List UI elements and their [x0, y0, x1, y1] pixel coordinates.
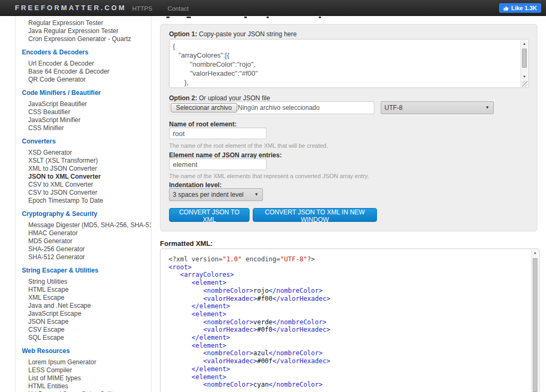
nav-link-https[interactable]: HTTPS: [132, 5, 152, 12]
sidebar-section: Regular Expression TesterJava Regular Ex…: [22, 19, 151, 43]
sidebar-item[interactable]: XML Escape: [22, 294, 151, 302]
xml-line: <element>: [168, 279, 529, 287]
convert-new-window-button[interactable]: CONVERT JSON TO XML IN NEW WINDOW: [253, 208, 377, 222]
sidebar-section-heading: Web Resources: [22, 347, 151, 355]
array-element-help: The name of the XML elements that repres…: [169, 173, 369, 179]
xml-line: <root>: [168, 263, 529, 271]
sidebar-item[interactable]: QR Code Generator: [22, 76, 151, 84]
top-header-bar: FREEFORMATTER.COM HTTPS Contact Like 1.3…: [0, 0, 546, 16]
root-element-label: Name of root element:: [169, 121, 237, 128]
xml-line: <valorHexadec>#00f</valorHexadec>: [168, 357, 529, 365]
sidebar-item[interactable]: SQL Escape: [22, 334, 151, 342]
top-nav: HTTPS Contact: [132, 0, 202, 17]
sidebar-item[interactable]: JSON Escape: [22, 318, 151, 326]
sidebar-section: Encoders & DecodersUrl Encoder & Decoder…: [22, 48, 151, 84]
xml-line: </element>: [168, 365, 529, 373]
sidebar-item[interactable]: Cron Expression Generator - Quartz: [22, 35, 151, 43]
xml-line: <nombreColor>verde</nombreColor>: [168, 318, 529, 326]
converter-form-panel: Option 1: Copy-paste your JSON string he…: [160, 24, 537, 231]
option2-label: Option 2: Or upload your JSON file: [169, 94, 270, 102]
sidebar-item[interactable]: SHA-256 Generator: [22, 245, 151, 253]
option1-label: Option 1: Copy-paste your JSON string he…: [169, 30, 296, 38]
root-element-help: The name of the root element of the XML …: [169, 142, 328, 149]
xml-line: <nombreColor>azul</nombreColor>: [168, 349, 529, 357]
sidebar-item[interactable]: List of MIME types: [22, 374, 151, 382]
sidebar-section: Code Minifiers / BeautifierJavaScript Be…: [22, 89, 151, 132]
sidebar-section: Cryptography & SecurityMessage Digester …: [22, 210, 151, 261]
indentation-label: Indentation level:: [169, 181, 222, 189]
textarea-scrollbar[interactable]: ▲ ▼: [520, 40, 528, 87]
sidebar-section: ConvertersXSD GeneratorXSLT (XSL Transfo…: [22, 137, 151, 205]
thumbs-up-icon: [503, 5, 509, 11]
sidebar-section: String Escaper & UtilitiesString Utiliti…: [22, 266, 151, 342]
file-status-text: Ningún archivo seleccionado: [238, 102, 319, 114]
array-element-input[interactable]: [169, 158, 267, 170]
charset-select[interactable]: UTF-8 ▼: [381, 101, 494, 114]
sidebar: Regular Expression TesterJava Regular Ex…: [15, 16, 151, 392]
scrollbar-thumb[interactable]: [522, 49, 527, 68]
sidebar-item[interactable]: Message Digester (MD5, SHA-256, SHA-512): [22, 221, 151, 229]
xml-line: <element>: [168, 342, 529, 350]
formatted-xml-output: <?xml version="1.0" encoding="UTF-8"?><r…: [160, 249, 540, 392]
indentation-select[interactable]: 3 spaces per indent level ▼: [169, 188, 263, 201]
sidebar-section: Web ResourcesLorem Ipsum GeneratorLESS C…: [22, 347, 151, 392]
formatted-xml-title: Formatted XML:: [160, 239, 213, 247]
sidebar-item[interactable]: Url Encoder & Decoder: [22, 60, 151, 68]
sidebar-item[interactable]: MD5 Generator: [22, 237, 151, 245]
xml-line: <?xml version="1.0" encoding="UTF-8"?>: [168, 255, 529, 263]
xml-line: <element>: [168, 373, 529, 381]
chevron-down-icon: ▼: [485, 102, 489, 114]
sidebar-section-heading: Encoders & Decoders: [22, 48, 151, 57]
xml-line: <element>: [168, 310, 529, 318]
scroll-down-icon[interactable]: ▼: [521, 74, 528, 80]
sidebar-item[interactable]: JSON to XML Converter: [22, 173, 151, 181]
sidebar-item[interactable]: HTML Escape: [22, 286, 151, 294]
sidebar-item[interactable]: XML to JSON Converter: [22, 165, 151, 173]
sidebar-section-heading: String Escaper & Utilities: [22, 266, 151, 275]
xml-line: <valorHexadec>#f00</valorHexadec>: [168, 295, 529, 303]
sidebar-section-heading: Code Minifiers / Beautifier: [22, 89, 151, 97]
sidebar-item[interactable]: Lorem Ipsum Generator: [22, 358, 151, 366]
sidebar-item[interactable]: HTML Entities: [22, 382, 151, 390]
resize-grip-icon[interactable]: [522, 81, 528, 87]
sidebar-item[interactable]: SHA-512 Generator: [22, 253, 151, 261]
xml-line: <nombreColor>rojo</nombreColor>: [168, 287, 529, 295]
sidebar-item[interactable]: CSV Escape: [22, 326, 151, 334]
nav-link-contact[interactable]: Contact: [167, 5, 189, 12]
sidebar-item[interactable]: JavaScript Beautifier: [22, 100, 151, 108]
sidebar-item[interactable]: CSV to XML Converter: [22, 181, 151, 189]
site-logo[interactable]: FREEFORMATTER.COM: [15, 0, 126, 16]
facebook-like-button[interactable]: Like 1.3K: [499, 3, 541, 13]
scroll-up-icon[interactable]: ▲: [532, 251, 539, 254]
sidebar-item[interactable]: CSV to JSON Converter: [22, 189, 151, 197]
file-browse-button[interactable]: Seleccionar archivo: [171, 103, 237, 113]
root-element-input[interactable]: [169, 127, 267, 139]
array-element-label: Element name of JSON array entries:: [169, 151, 282, 159]
xml-line: </element>: [168, 334, 529, 342]
sidebar-item[interactable]: Base 64 Encoder & Decoder: [22, 68, 151, 76]
sidebar-item[interactable]: Regular Expression Tester: [22, 19, 151, 27]
sidebar-item[interactable]: XSLT (XSL Transformer): [22, 157, 151, 165]
sidebar-item[interactable]: XSD Generator: [22, 149, 151, 157]
sidebar-item[interactable]: Epoch Timestamp To Date: [22, 197, 151, 205]
convert-button[interactable]: CONVERT JSON TO XML: [169, 208, 250, 222]
json-input-textarea[interactable]: { "arrayColores":[{ "nombreColor":"rojo"…: [169, 39, 529, 88]
xml-code: <?xml version="1.0" encoding="UTF-8"?><r…: [168, 255, 529, 389]
file-upload-field: Seleccionar archivo Ningún archivo selec…: [169, 101, 374, 114]
sidebar-item[interactable]: LESS Compiler: [22, 366, 151, 374]
sidebar-item[interactable]: Java and .Net Escape: [22, 302, 151, 310]
sidebar-section-heading: Cryptography & Security: [22, 210, 151, 218]
sidebar-sections: Regular Expression TesterJava Regular Ex…: [22, 19, 151, 392]
sidebar-item[interactable]: Java Regular Expression Tester: [22, 27, 151, 35]
xml-line: <valorHexadec>#0f0</valorHexadec>: [168, 326, 529, 334]
like-count-label: Like 1.3K: [511, 3, 537, 13]
sidebar-item[interactable]: String Utilities: [22, 278, 151, 286]
sidebar-item[interactable]: JavaScript Minifier: [22, 116, 151, 124]
scrollbar-thumb[interactable]: [533, 258, 537, 392]
sidebar-item[interactable]: CSS Beautifier: [22, 108, 151, 116]
output-scrollbar[interactable]: ▲: [531, 250, 539, 392]
sidebar-item[interactable]: HMAC Generator: [22, 229, 151, 237]
sidebar-item[interactable]: JavaScript Escape: [22, 310, 151, 318]
sidebar-item[interactable]: CSS Minifier: [22, 124, 151, 132]
scroll-up-icon[interactable]: ▲: [521, 41, 528, 47]
